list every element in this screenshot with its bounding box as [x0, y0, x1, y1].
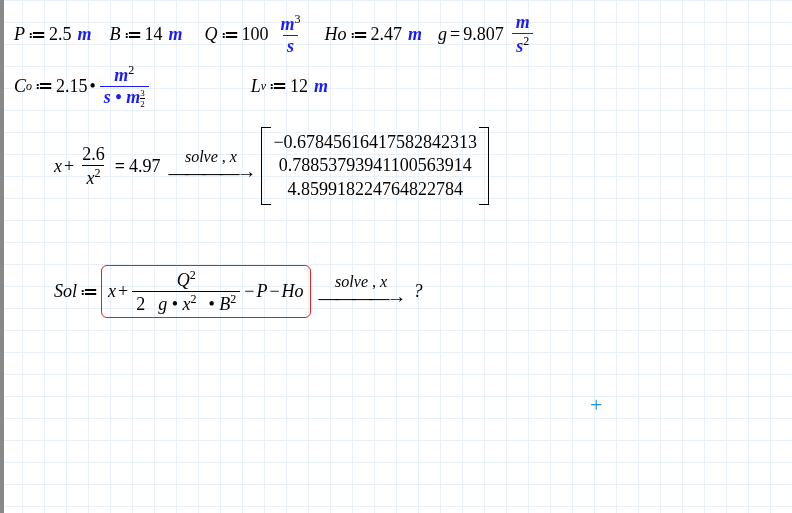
- rhs-value: 4.97: [129, 156, 161, 177]
- definitions-row-1[interactable]: P ≔ 2.5 m B ≔ 14 m Q ≔ 100 m3 s Ho ≔ 2.4…: [14, 12, 792, 57]
- arrow-icon: ――――→: [319, 287, 404, 310]
- var-P: P: [14, 24, 25, 45]
- assign-op: ≔: [124, 24, 142, 46]
- val-B: 14: [145, 24, 163, 45]
- worksheet-left-border: [0, 0, 4, 513]
- dot-op: •: [90, 76, 96, 97]
- val-Co: 2.15: [56, 76, 88, 97]
- error-highlight[interactable]: x + Q2 2 g • x2 • B2 − P − Ho: [101, 265, 311, 318]
- unit-fraction: m s2: [512, 12, 534, 57]
- unit-fraction: m2 s • m32: [100, 63, 149, 109]
- minus-op: −: [244, 281, 254, 302]
- val-Ho: 2.47: [371, 24, 403, 45]
- equals-op: =: [450, 24, 460, 45]
- solution-0: −0.67845616417582842313: [273, 131, 477, 154]
- unit-fraction: m3 s: [277, 12, 305, 57]
- unit-m: m: [314, 76, 328, 97]
- sub-v: v: [261, 79, 266, 94]
- unit-m: m: [408, 24, 422, 45]
- sub-o: o: [26, 79, 32, 94]
- val-Q: 100: [242, 24, 269, 45]
- var-Q: Q: [205, 24, 218, 45]
- var-Lv: L: [251, 76, 261, 97]
- bracket-left-icon: [261, 127, 271, 205]
- assign-op: ≔: [35, 75, 53, 97]
- solution-1: 0.78853793941100563914: [279, 154, 472, 177]
- var-x: x: [54, 156, 62, 177]
- var-Ho: Ho: [282, 281, 304, 302]
- fraction: 2.6 x2: [78, 144, 109, 189]
- unit-m: m: [78, 24, 92, 45]
- solve-equation-2[interactable]: Sol ≔ x + Q2 2 g • x2 • B2 − P −: [54, 265, 792, 318]
- definitions-row-2[interactable]: Co ≔ 2.15 • m2 s • m32 Lv ≔ 12 m: [14, 63, 792, 109]
- assign-op: ≔: [80, 281, 98, 303]
- val-Lv: 12: [290, 76, 308, 97]
- minus-op: −: [269, 281, 279, 302]
- assign-op: ≔: [350, 24, 368, 46]
- solve-arrow: solve , x ――――→: [168, 148, 253, 185]
- var-Sol: Sol: [54, 281, 77, 302]
- val-g: 9.807: [463, 24, 504, 45]
- var-B: B: [110, 24, 121, 45]
- error-result: ?: [414, 281, 423, 302]
- var-P: P: [256, 281, 267, 302]
- var-x: x: [108, 281, 116, 302]
- assign-op: ≔: [269, 75, 287, 97]
- val-P: 2.5: [49, 24, 72, 45]
- plus-op: +: [118, 281, 128, 302]
- solve-equation-1[interactable]: x + 2.6 x2 = 4.97 solve , x ――――→ −0.678…: [54, 127, 792, 205]
- arrow-icon: ――――→: [168, 162, 253, 185]
- bracket-right-icon: [479, 127, 489, 205]
- solution-2: 4.859918224764822784: [288, 178, 464, 201]
- unit-m: m: [169, 24, 183, 45]
- var-Ho: Ho: [325, 24, 347, 45]
- bold-equals: =: [115, 156, 125, 177]
- worksheet-content: P ≔ 2.5 m B ≔ 14 m Q ≔ 100 m3 s Ho ≔ 2.4…: [0, 0, 792, 318]
- assign-op: ≔: [221, 24, 239, 46]
- fraction: Q2 2 g • x2 • B2: [132, 268, 240, 315]
- assign-op: ≔: [28, 24, 46, 46]
- solution-matrix: −0.67845616417582842313 0.78853793941100…: [261, 127, 489, 205]
- var-g: g: [438, 24, 447, 45]
- solve-arrow: solve , x ――――→: [319, 273, 404, 310]
- var-Co: C: [14, 76, 26, 97]
- plus-op: +: [64, 156, 74, 177]
- cursor-crosshair-icon: +: [590, 392, 602, 418]
